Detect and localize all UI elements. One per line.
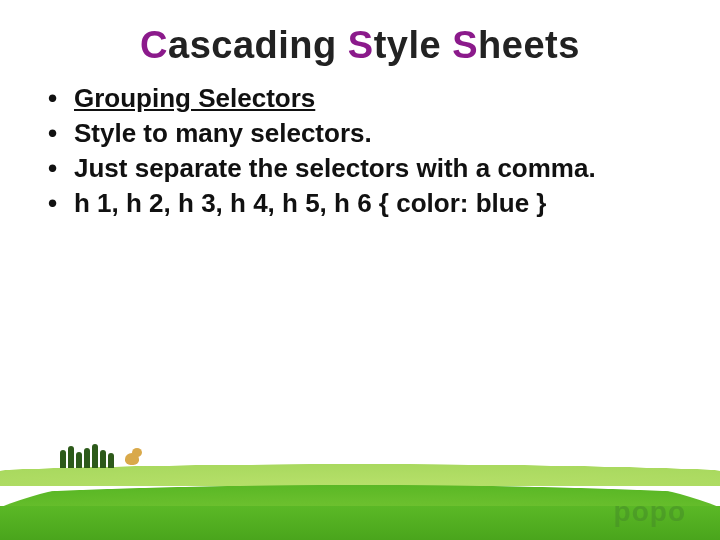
grass-mid [0, 462, 720, 540]
watermark-text: popo [614, 496, 686, 528]
bullet-item: Grouping Selectors [48, 81, 700, 116]
title-accent-1: C [140, 24, 168, 66]
bullet-text: Grouping Selectors [74, 83, 315, 113]
animal-icon [122, 448, 144, 470]
bullet-text: h 1, h 2, h 3, h 4, h 5, h 6 { color: bl… [74, 188, 546, 218]
title-part-3: heets [478, 24, 580, 66]
bullet-item: Just separate the selectors with a comma… [48, 151, 700, 186]
title-part-1: ascading [168, 24, 348, 66]
bullet-item: h 1, h 2, h 3, h 4, h 5, h 6 { color: bl… [48, 186, 700, 221]
bullet-text: Just separate the selectors with a comma… [74, 153, 596, 183]
grass-far [0, 450, 720, 486]
slide-title: Cascading Style Sheets [0, 0, 720, 67]
bullet-item: Style to many selectors. [48, 116, 700, 151]
slide-content: Grouping Selectors Style to many selecto… [0, 67, 720, 221]
grass-near [0, 506, 720, 540]
bullet-text: Style to many selectors. [74, 118, 372, 148]
bullet-list: Grouping Selectors Style to many selecto… [48, 81, 700, 221]
title-part-2: tyle [374, 24, 453, 66]
title-accent-3: S [452, 24, 478, 66]
landscape-decoration: popo [0, 425, 720, 540]
trees-icon [60, 444, 114, 468]
title-accent-2: S [348, 24, 374, 66]
slide: Cascading Style Sheets Grouping Selector… [0, 0, 720, 540]
